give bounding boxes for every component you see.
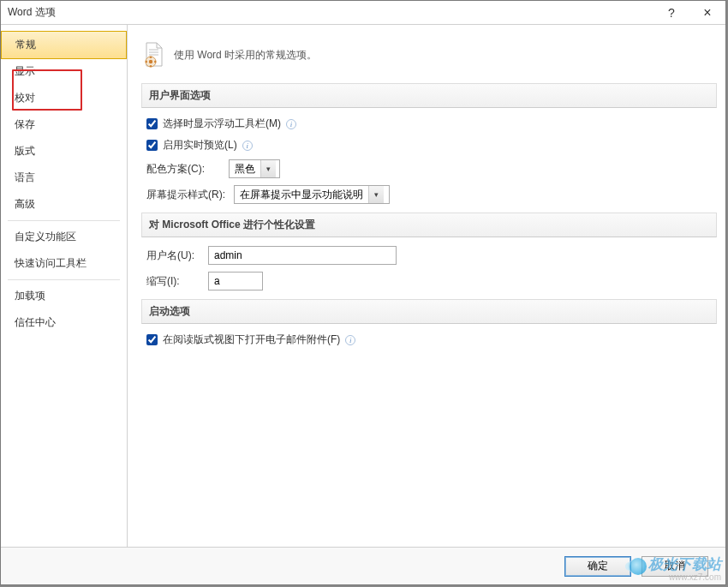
- svg-rect-6: [150, 65, 152, 67]
- check-live-preview-row: 启用实时预览(L) i: [146, 138, 712, 153]
- tooltip-style-value: 在屏幕提示中显示功能说明: [235, 188, 368, 202]
- settings-doc-icon: [143, 42, 165, 68]
- info-icon[interactable]: i: [286, 119, 296, 129]
- tooltip-style-row: 屏幕提示样式(R): 在屏幕提示中显示功能说明 ▾: [146, 185, 712, 204]
- check-floating-toolbar[interactable]: [146, 118, 158, 129]
- sidebar-item-label: 自定义功能区: [15, 231, 76, 243]
- tooltip-style-combo[interactable]: 在屏幕提示中显示功能说明 ▾: [234, 185, 390, 204]
- sidebar-item-layout[interactable]: 版式: [1, 138, 127, 165]
- color-scheme-label: 配色方案(C):: [146, 162, 220, 177]
- check-reading-layout-label[interactable]: 在阅读版式视图下打开电子邮件附件(F): [163, 332, 340, 347]
- initials-input[interactable]: [208, 272, 263, 291]
- username-input[interactable]: [208, 246, 397, 265]
- sidebar-item-trust-center[interactable]: 信任中心: [1, 309, 127, 336]
- section-office-header: 对 Microsoft Office 进行个性化设置: [141, 213, 717, 237]
- chevron-down-icon[interactable]: ▾: [368, 186, 384, 203]
- sidebar: 常规 显示 校对 保存 版式 语言 高级 自定义功能区 快速访问工具栏 加载项 …: [1, 25, 128, 547]
- sidebar-item-label: 快速访问工具栏: [15, 257, 87, 269]
- sidebar-item-display[interactable]: 显示: [1, 58, 127, 85]
- sidebar-item-proofing[interactable]: 校对: [1, 85, 127, 111]
- check-reading-layout[interactable]: [146, 334, 158, 345]
- check-live-preview-label[interactable]: 启用实时预览(L): [163, 138, 237, 153]
- close-button[interactable]: ×: [689, 1, 725, 25]
- sidebar-item-customize-ribbon[interactable]: 自定义功能区: [1, 224, 127, 250]
- initials-label: 缩写(I):: [146, 274, 200, 289]
- svg-point-4: [149, 60, 152, 63]
- help-button[interactable]: ?: [653, 1, 689, 25]
- svg-rect-8: [154, 61, 156, 63]
- intro-text: 使用 Word 时采用的常规选项。: [174, 48, 317, 63]
- color-scheme-row: 配色方案(C): 黑色 ▾: [146, 159, 712, 178]
- svg-rect-5: [150, 57, 152, 58]
- intro-row: 使用 Word 时采用的常规选项。: [141, 39, 717, 78]
- dialog-body: 常规 显示 校对 保存 版式 语言 高级 自定义功能区 快速访问工具栏 加载项 …: [1, 25, 725, 547]
- titlebar-controls: ? ×: [653, 1, 725, 24]
- sidebar-item-advanced[interactable]: 高级: [1, 191, 127, 218]
- svg-rect-7: [146, 61, 147, 63]
- ok-button[interactable]: 确定: [564, 556, 631, 577]
- sidebar-item-label: 校对: [15, 92, 35, 104]
- titlebar: Word 选项 ? ×: [1, 1, 725, 25]
- section-startup-body: 在阅读版式视图下打开电子邮件附件(F) i: [141, 329, 717, 356]
- check-live-preview[interactable]: [146, 140, 158, 151]
- sidebar-item-label: 语言: [15, 171, 35, 183]
- color-scheme-value: 黑色: [230, 162, 260, 177]
- section-office-body: 用户名(U): 缩写(I):: [141, 243, 717, 299]
- sidebar-item-label: 高级: [15, 198, 35, 210]
- check-floating-toolbar-row: 选择时显示浮动工具栏(M) i: [146, 117, 712, 131]
- dialog-footer: 确定 取消 极光下载站 www.xz7.com: [1, 547, 725, 584]
- section-ui-header: 用户界面选项: [141, 83, 717, 108]
- cancel-button[interactable]: 取消: [641, 556, 708, 577]
- chevron-down-icon[interactable]: ▾: [260, 160, 276, 177]
- sidebar-item-label: 加载项: [15, 290, 45, 302]
- content-scroll: 用户界面选项 选择时显示浮动工具栏(M) i 启用实时预览(L) i 配色方案(…: [141, 83, 717, 538]
- section-startup-header: 启动选项: [141, 299, 717, 324]
- check-reading-layout-row: 在阅读版式视图下打开电子邮件附件(F) i: [146, 332, 712, 347]
- window-title: Word 选项: [8, 5, 56, 20]
- section-ui-body: 选择时显示浮动工具栏(M) i 启用实时预览(L) i 配色方案(C): 黑色 …: [141, 113, 717, 213]
- info-icon[interactable]: i: [242, 141, 253, 151]
- sidebar-item-label: 保存: [15, 118, 35, 130]
- content-panel: 使用 Word 时采用的常规选项。 用户界面选项 选择时显示浮动工具栏(M) i…: [128, 25, 725, 547]
- sidebar-divider: [8, 279, 120, 280]
- sidebar-item-label: 信任中心: [15, 316, 56, 328]
- sidebar-item-quick-access[interactable]: 快速访问工具栏: [1, 250, 127, 277]
- sidebar-item-general[interactable]: 常规: [1, 31, 127, 59]
- sidebar-item-label: 常规: [15, 39, 36, 51]
- sidebar-item-addins[interactable]: 加载项: [1, 283, 127, 309]
- username-label: 用户名(U):: [146, 249, 200, 263]
- tooltip-style-label: 屏幕提示样式(R):: [146, 188, 225, 202]
- sidebar-item-label: 显示: [15, 65, 35, 77]
- sidebar-item-language[interactable]: 语言: [1, 165, 127, 191]
- sidebar-item-label: 版式: [15, 145, 35, 157]
- sidebar-divider: [8, 220, 120, 221]
- sidebar-item-save[interactable]: 保存: [1, 111, 127, 138]
- options-dialog: Word 选项 ? × 常规 显示 校对 保存 版式 语言 高级 自定义功能区 …: [0, 0, 726, 585]
- info-icon[interactable]: i: [345, 335, 355, 345]
- initials-row: 缩写(I):: [146, 272, 712, 291]
- username-row: 用户名(U):: [146, 246, 712, 265]
- color-scheme-combo[interactable]: 黑色 ▾: [229, 159, 280, 178]
- check-floating-toolbar-label[interactable]: 选择时显示浮动工具栏(M): [163, 117, 281, 131]
